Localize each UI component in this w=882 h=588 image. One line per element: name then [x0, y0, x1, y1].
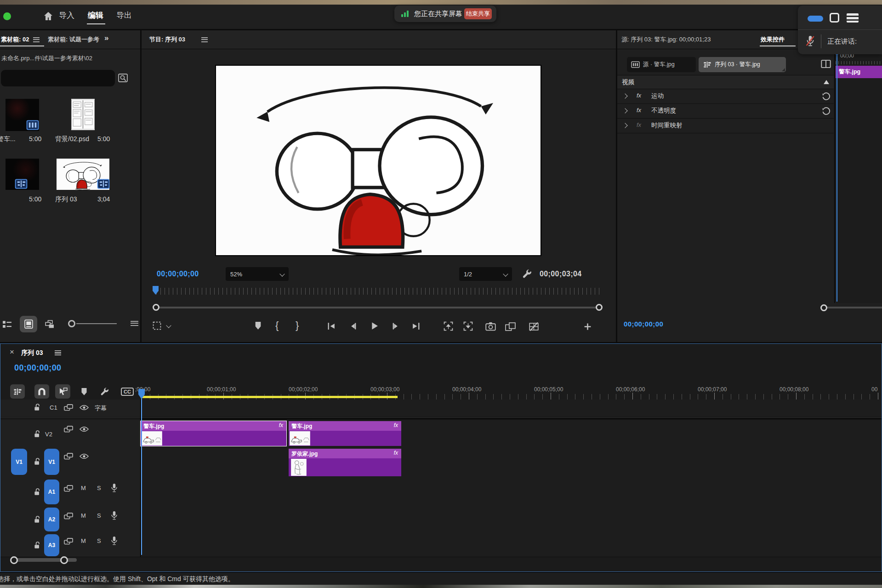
end-share-button[interactable]: 结束共享	[464, 8, 492, 19]
zoom-level-dropdown[interactable]: 52%	[226, 267, 289, 281]
track-target-toggle[interactable]	[64, 404, 73, 411]
program-scrubber[interactable]	[156, 288, 601, 295]
expand-chevron-icon[interactable]	[622, 93, 627, 98]
settings-chevron-icon[interactable]	[166, 323, 171, 328]
video-section-row[interactable]: 视频	[617, 75, 834, 89]
effects-scrollbar-knob[interactable]	[820, 304, 827, 311]
bin-item-name[interactable]: 序列 03	[55, 195, 77, 204]
program-scrollbar-left-knob[interactable]	[153, 304, 159, 311]
effect-row-opacity[interactable]: fx 不透明度	[617, 104, 834, 119]
button-editor-plus-button[interactable]	[584, 323, 592, 331]
timeline-title[interactable]: 序列 03	[21, 349, 43, 357]
step-back-button[interactable]	[350, 322, 358, 330]
linked-selection-toggle[interactable]	[55, 384, 70, 399]
thumbnail-zoom-slider[interactable]	[68, 319, 118, 328]
track-id-c1[interactable]: C1	[50, 404, 57, 411]
overlay-menu-icon[interactable]	[847, 13, 859, 23]
lift-button[interactable]	[444, 321, 453, 331]
track-select-a2[interactable]: A2	[44, 508, 59, 531]
overlay-minimize-button[interactable]	[808, 16, 823, 22]
track-lock-toggle[interactable]	[34, 457, 41, 466]
bin-item-name[interactable]: 背景/02.psd	[55, 135, 89, 143]
track-lock-toggle[interactable]	[34, 430, 41, 438]
window-traffic-light-green[interactable]	[3, 12, 11, 20]
tab-bin-reference[interactable]: 素材箱: 试题一参考	[48, 35, 103, 44]
timeline-scrollbar-left-knob[interactable]	[10, 556, 18, 564]
effects-current-timecode[interactable]: 00;00;00;00	[624, 320, 663, 328]
freeform-view-button[interactable]	[44, 320, 54, 329]
track-target-toggle[interactable]	[64, 426, 73, 433]
program-scrollbar-track[interactable]	[156, 307, 598, 308]
list-view-button[interactable]	[2, 320, 12, 329]
mute-toggle[interactable]: M	[81, 512, 86, 519]
home-button[interactable]	[43, 11, 54, 22]
timeline-clip-luoyijia[interactable]: 罗依家.jpg fx	[289, 449, 401, 476]
chip-source-clip[interactable]: 源 · 警车.jpg	[627, 57, 696, 72]
timeline-scrollbar-right-knob[interactable]	[60, 556, 68, 564]
source-monitor-header-label[interactable]: 源: 序列 03: 警车.jpg: 00;00;01;23	[621, 35, 711, 44]
program-current-timecode[interactable]: 00;00;00;00	[157, 270, 199, 278]
mic-record-toggle[interactable]	[111, 511, 118, 520]
export-frame-button[interactable]	[485, 322, 496, 331]
track-target-toggle[interactable]	[64, 453, 73, 460]
multicam-toggle-button[interactable]	[529, 322, 539, 331]
effects-scrollbar-track[interactable]	[823, 307, 882, 308]
track-lock-toggle[interactable]	[34, 515, 41, 524]
track-visibility-eye-toggle[interactable]	[80, 405, 89, 411]
program-scrollbar[interactable]	[153, 303, 603, 312]
bin-item-thumbnail[interactable]	[6, 159, 39, 190]
overlay-window-icon[interactable]	[830, 13, 839, 23]
tab-bin-02[interactable]: 素材箱: 02	[1, 35, 29, 44]
chip-sequence-clip[interactable]: 序列 03 · 警车.jpg	[699, 57, 786, 72]
captions-cc-button[interactable]: CC	[121, 388, 134, 396]
track-select-a3[interactable]: A3	[44, 534, 59, 556]
tab-effect-controls[interactable]: 效果控件	[761, 35, 785, 44]
insert-as-nest-toggle[interactable]	[10, 384, 25, 399]
bin-item-thumbnail[interactable]	[71, 99, 95, 130]
track-visibility-eye-toggle[interactable]	[80, 426, 89, 432]
nav-tab-edit[interactable]: 编辑	[88, 10, 103, 21]
program-panel-menu-icon[interactable]	[201, 37, 208, 42]
solo-toggle[interactable]: S	[97, 512, 101, 519]
safe-margins-button[interactable]	[153, 321, 161, 330]
reset-effect-icon[interactable]	[822, 107, 831, 115]
comparison-view-button[interactable]	[505, 322, 516, 331]
expand-chevron-icon[interactable]	[622, 108, 627, 113]
mini-clip-bar[interactable]: 警车.jpg	[836, 66, 882, 78]
program-video-frame[interactable]	[216, 66, 541, 255]
track-lock-toggle[interactable]	[34, 541, 41, 549]
nav-tab-import[interactable]: 导入	[59, 10, 74, 21]
mute-toggle[interactable]: M	[81, 537, 86, 544]
mark-out-button[interactable]: }	[296, 320, 299, 331]
search-bin-icon[interactable]	[118, 74, 128, 82]
timeline-settings-wrench-button[interactable]	[100, 387, 109, 397]
go-to-in-button[interactable]	[327, 322, 336, 330]
effect-row-time-remapping[interactable]: fx 时间重映射	[617, 119, 834, 133]
track-visibility-eye-toggle[interactable]	[80, 453, 89, 459]
solo-toggle[interactable]: S	[97, 485, 101, 491]
bin-item-name[interactable]: 警车...	[0, 135, 16, 143]
snap-toggle[interactable]	[34, 384, 49, 399]
collapse-triangle-icon[interactable]	[824, 80, 829, 84]
nav-tab-export[interactable]: 导出	[116, 10, 132, 21]
track-select-v1[interactable]: V1	[44, 449, 59, 475]
icon-view-button[interactable]	[20, 316, 37, 332]
mic-record-toggle[interactable]	[111, 483, 118, 492]
track-lock-toggle[interactable]	[34, 488, 41, 496]
effects-playhead-line[interactable]	[836, 51, 837, 302]
timeline-playhead-line[interactable]	[141, 398, 142, 555]
program-settings-wrench-button[interactable]	[522, 269, 532, 280]
track-lock-toggle[interactable]	[34, 403, 41, 411]
mic-record-toggle[interactable]	[111, 536, 118, 545]
work-area-bar[interactable]	[141, 396, 398, 398]
bin-panel-menu-icon[interactable]	[33, 37, 40, 42]
mic-muted-icon[interactable]	[805, 35, 815, 47]
project-panel-options-icon[interactable]	[131, 321, 138, 327]
mute-toggle[interactable]: M	[81, 485, 86, 491]
go-to-out-button[interactable]	[412, 322, 421, 330]
reset-effect-icon[interactable]	[822, 92, 831, 100]
source-patch-v1[interactable]: V1	[11, 449, 27, 475]
tab-program[interactable]: 节目: 序列 03	[149, 35, 185, 44]
timeline-add-marker-button[interactable]	[81, 388, 87, 396]
timeline-panel-menu-icon[interactable]	[55, 350, 61, 355]
